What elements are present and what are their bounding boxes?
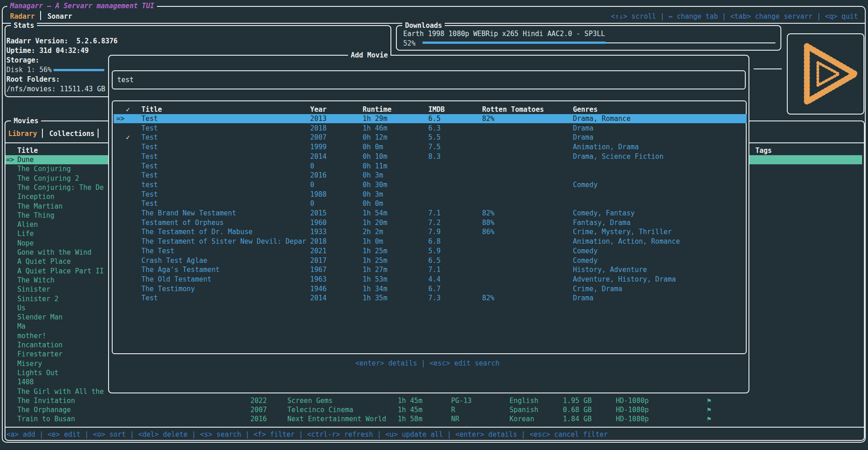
result-cell: Test (141, 152, 158, 161)
result-cell: 1h 54m (363, 209, 387, 218)
stats-panel-title: Stats (11, 21, 37, 30)
result-cell: Drama (573, 124, 593, 133)
result-cell: 82% (482, 293, 494, 303)
disk-usage-gauge (53, 69, 104, 71)
tab-collections[interactable]: Collections (49, 129, 94, 138)
result-cell: The Brand New Testament (141, 209, 236, 218)
result-cell: 1967 (310, 265, 327, 274)
result-cell: test (141, 180, 158, 189)
result-cell: 1960 (310, 218, 327, 227)
stats-line: /nfs/movies: 11511.43 GB (6, 84, 105, 94)
result-cell: 2016 (310, 171, 327, 180)
result-cell: 1h 29m (363, 114, 387, 123)
result-cell: 2021 (310, 246, 327, 256)
result-cell: 86% (482, 227, 494, 236)
stats-line: Storage: (6, 56, 39, 65)
result-cell: 1h 25m (363, 256, 387, 265)
movies-title-column-header: Title (17, 146, 38, 155)
result-cell: Test (141, 142, 158, 152)
logo-panel (787, 33, 864, 115)
result-cell: 0h 11m (363, 162, 387, 171)
result-row[interactable] (114, 199, 747, 208)
app-title: Managarr – A Servarr management TUI (7, 2, 157, 10)
result-cell: 0 (310, 180, 314, 189)
add-movie-search-box (112, 70, 746, 89)
result-cell: 2018 (310, 124, 327, 133)
result-row[interactable] (114, 162, 747, 171)
result-cell: Test (141, 114, 158, 123)
column-header: Rotten Tomatoes (482, 105, 544, 114)
in-library-check-icon: ✓ (126, 133, 130, 142)
result-cell: 0h 10m (363, 152, 387, 161)
tab-library[interactable]: Library (8, 129, 37, 138)
hidden-panel-border-fragment (754, 68, 782, 69)
result-cell: Test (141, 190, 158, 199)
result-cell: 1h 46m (363, 124, 387, 133)
result-row[interactable] (114, 171, 747, 180)
column-header: Title (141, 105, 162, 114)
result-cell: 0 (310, 162, 314, 171)
column-header: Genres (573, 105, 598, 114)
bottom-keybind-hints: <a> add | <e> edit | <o> sort | <del> de… (6, 430, 608, 439)
result-cell: 0h 12m (363, 133, 387, 142)
result-cell: 6.5 (428, 256, 441, 265)
result-cell: 82% (482, 114, 494, 123)
result-cell: The Testament of Sister New Devil: Depar (141, 237, 306, 246)
modal-keybind-hints: <enter> details | <esc> edit search (355, 359, 499, 368)
result-cell: Crash Test Aglae (141, 256, 208, 265)
column-header: Year (310, 105, 327, 114)
result-cell: 1963 (310, 275, 327, 284)
stats-line: Disk 1: 56% (6, 65, 52, 74)
result-cell: The Testament of Dr. Mabuse (141, 227, 253, 236)
result-cell: 6.5 (428, 114, 441, 123)
result-cell: Testament of Orpheus (141, 218, 224, 227)
result-cell: Comedy (573, 180, 598, 189)
result-cell: 8.3 (428, 152, 441, 161)
result-row[interactable] (114, 180, 747, 189)
result-cell: Test (141, 199, 158, 208)
movies-tags-column-header: Tags (755, 146, 772, 155)
result-cell: 4.4 (428, 275, 441, 284)
result-cell: Animation, Action, Romance (573, 237, 680, 246)
result-cell: The Testimony (141, 284, 195, 293)
result-cell: 1h 34m (363, 284, 387, 293)
column-header: IMDB (428, 105, 445, 114)
result-cell: 0h 30m (363, 180, 387, 189)
check-column-header-icon: ✓ (126, 105, 130, 114)
result-cell: Test (141, 293, 158, 303)
add-movie-search-input[interactable] (117, 75, 738, 84)
result-cell: 7.2 (428, 218, 441, 227)
result-cell: Drama, Science Fiction (573, 152, 664, 161)
result-cell: 0h 3m (363, 171, 383, 180)
tab-radarr[interactable]: Radarr (10, 12, 35, 21)
result-cell: 6.3 (428, 124, 441, 133)
tab-divider (40, 11, 41, 20)
result-cell: Animation, Drama (573, 142, 639, 152)
result-cell: 5.9 (428, 246, 441, 256)
result-cell: Drama, Romance (573, 114, 630, 123)
download-percent-label: 52% (403, 39, 416, 48)
result-cell: 82% (482, 209, 494, 218)
result-row[interactable] (114, 190, 747, 199)
result-cell: 7.1 (428, 209, 441, 218)
download-progress-bar-track (606, 42, 775, 43)
result-cell: Test (141, 133, 158, 142)
result-cell: Test (141, 162, 158, 171)
stats-line: Root Folders: (6, 75, 60, 84)
result-cell: Drama (573, 133, 593, 142)
result-cell: Fantasy, Drama (573, 218, 630, 227)
result-cell: History, Adventure (573, 265, 647, 274)
selection-arrow: => (116, 114, 125, 123)
result-cell: 5.5 (428, 133, 441, 142)
result-cell: Comedy, Fantasy (573, 209, 634, 218)
tab-sonarr[interactable]: Sonarr (47, 12, 72, 21)
result-cell: The Test (141, 246, 174, 256)
result-cell: 1h 35m (363, 293, 387, 303)
result-cell: The Aga's Testament (141, 265, 220, 274)
result-cell: 0h 0m (363, 199, 383, 208)
result-cell: 1933 (310, 227, 327, 236)
bottom-bar-separator (5, 427, 864, 428)
movies-tab-divider-2 (98, 129, 99, 138)
download-progress-bar-filled (422, 42, 606, 44)
result-cell: 2017 (310, 256, 327, 265)
